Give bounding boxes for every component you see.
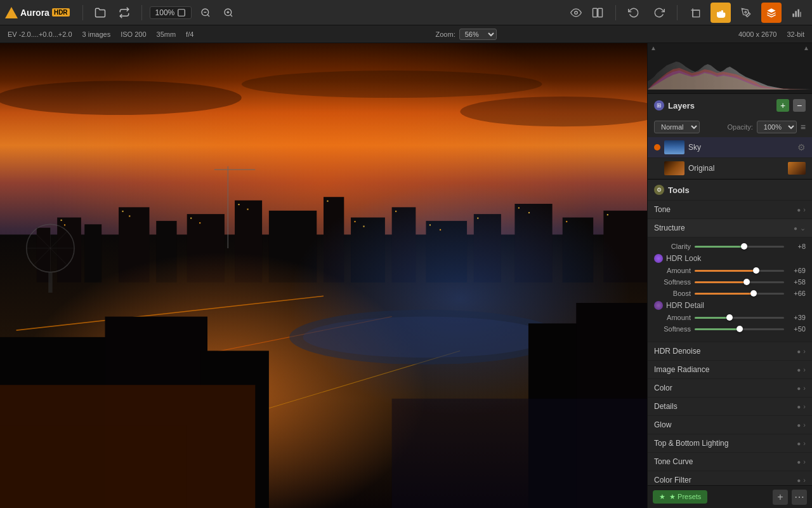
svg-line-5	[230, 15, 232, 17]
presets-add-button[interactable]: +	[773, 490, 788, 505]
hdr-softness-fill	[695, 281, 747, 283]
redo-button[interactable]	[649, 3, 669, 23]
svg-rect-54	[429, 224, 431, 225]
hdr-softness-handle[interactable]	[743, 279, 750, 285]
hist-arrow-left: ▲	[650, 44, 657, 51]
tone-curve-label: Tone Curve	[654, 457, 797, 466]
glow-row[interactable]: Glow ● ›	[648, 415, 812, 434]
hdr-softness-track[interactable]	[695, 281, 784, 283]
hdr-amount-fill	[695, 270, 756, 272]
detail-amount-track[interactable]	[695, 317, 784, 319]
undo-button[interactable]	[624, 3, 644, 23]
tone-curve-chevron: ›	[803, 458, 806, 465]
layer-sky[interactable]: Sky ⚙	[648, 137, 812, 158]
image-radiance-label: Image Radiance	[654, 365, 797, 374]
detail-softness-track[interactable]	[695, 328, 784, 330]
presets-bar: ★ ★ Presets + ⋯	[648, 485, 812, 508]
hist-arrow-right: ▲	[803, 44, 809, 51]
export-button[interactable]	[115, 4, 134, 21]
detail-amount-handle[interactable]	[726, 314, 733, 321]
blend-mode-select[interactable]: Normal Multiply Screen Overlay	[654, 121, 700, 133]
glow-label: Glow	[654, 420, 797, 429]
tone-curve-row[interactable]: Tone Curve ● ›	[648, 452, 812, 471]
tone-chevron: ›	[803, 206, 806, 213]
open-button[interactable]	[91, 4, 110, 21]
image-radiance-row[interactable]: Image Radiance ● ›	[648, 360, 812, 378]
top-bottom-lighting-row[interactable]: Top & Bottom Lighting ● ›	[648, 434, 812, 452]
pan-tool[interactable]	[710, 3, 731, 23]
original-layer-mini	[788, 162, 806, 175]
image-radiance-dot: ●	[797, 366, 801, 373]
view-tools	[566, 3, 608, 23]
focal-info: 35mm	[157, 30, 176, 38]
color-filter-row[interactable]: Color Filter ● ›	[648, 471, 812, 485]
svg-rect-46	[190, 218, 192, 219]
tools-section: ⚙ Tools Tone ● › Structure ● ⌄	[648, 180, 812, 485]
color-filter-label: Color Filter	[654, 476, 797, 485]
hdr-denoise-chevron: ›	[803, 347, 806, 355]
clarity-track[interactable]	[695, 246, 784, 248]
city-svg	[0, 43, 647, 508]
presets-star-icon: ★	[659, 493, 665, 501]
zoom-control: Zoom: 56% 100% 50% 25% Fit	[436, 29, 497, 40]
bit-depth: 32-bit	[787, 30, 804, 38]
panel-scroll[interactable]: ⊞ Layers + − Normal Multiply Screen Over…	[648, 94, 812, 485]
hdr-amount-track[interactable]	[695, 270, 784, 272]
brush-tool[interactable]	[736, 3, 756, 23]
zoom-in-button[interactable]	[219, 5, 237, 20]
hdr-amount-label: Amount	[654, 267, 691, 274]
svg-point-8	[575, 11, 578, 14]
detail-softness-fill	[695, 328, 740, 330]
hdr-boost-label: Boost	[654, 290, 691, 297]
structure-row[interactable]: Structure ● ⌄	[648, 218, 812, 237]
photo-container	[0, 43, 647, 508]
svg-rect-55	[440, 229, 441, 231]
details-chevron: ›	[803, 403, 806, 410]
ev-info: EV -2.0....+0.0...+2.0	[8, 30, 72, 38]
svg-rect-53	[395, 211, 396, 212]
photo-simulation	[0, 43, 647, 508]
color-label: Color	[654, 384, 797, 392]
layers-add-button[interactable]: +	[776, 99, 789, 112]
layers-header[interactable]: ⊞ Layers + −	[648, 94, 812, 117]
hdr-boost-handle[interactable]	[750, 290, 757, 297]
zoom-out-button[interactable]	[197, 5, 214, 20]
presets-button[interactable]: ★ ★ Presets	[653, 490, 707, 504]
toolbar-separator-3	[615, 5, 616, 20]
toolbar-separator-2	[141, 5, 142, 20]
detail-softness-value: +50	[788, 325, 806, 333]
layers-tool[interactable]	[761, 3, 782, 23]
tone-label: Tone	[654, 205, 797, 214]
details-row[interactable]: Details ● ›	[648, 397, 812, 415]
hdr-amount-handle[interactable]	[753, 267, 759, 274]
hdr-detail-label: HDR Detail	[666, 301, 704, 310]
canvas-area[interactable]	[0, 43, 647, 508]
presets-options-button[interactable]: ⋯	[792, 490, 807, 505]
clarity-fill	[695, 246, 744, 248]
svg-rect-45	[129, 215, 130, 217]
preview-button[interactable]	[566, 3, 586, 23]
layer-original[interactable]: Original	[648, 158, 812, 179]
tone-row[interactable]: Tone ● ›	[648, 200, 812, 218]
hdr-boost-track[interactable]	[695, 293, 784, 295]
list-view-icon[interactable]: ≡	[801, 122, 806, 132]
hdr-denoise-row[interactable]: HDR Denoise ● ›	[648, 342, 812, 360]
top-bottom-dot: ●	[797, 440, 801, 447]
svg-rect-16	[797, 9, 799, 17]
opacity-select[interactable]: 100% 75% 50% 25%	[757, 121, 797, 133]
layers-minus-button[interactable]: −	[793, 99, 806, 112]
crop-tool[interactable]	[685, 3, 705, 23]
clarity-handle[interactable]	[741, 243, 747, 250]
histogram-tool[interactable]	[787, 3, 807, 23]
svg-rect-58	[528, 212, 530, 213]
zoom-select[interactable]: 56% 100% 50% 25% Fit	[459, 29, 497, 40]
tools-header[interactable]: ⚙ Tools	[648, 180, 812, 200]
hdr-boost-fill	[695, 293, 754, 295]
top-bottom-lighting-label: Top & Bottom Lighting	[654, 439, 797, 448]
hdr-boost-value: +66	[788, 290, 806, 297]
color-row[interactable]: Color ● ›	[648, 378, 812, 397]
detail-amount-value: +39	[788, 314, 806, 321]
split-view-button[interactable]	[587, 3, 608, 23]
layer-settings-icon[interactable]: ⚙	[797, 142, 806, 152]
detail-softness-handle[interactable]	[737, 326, 743, 332]
